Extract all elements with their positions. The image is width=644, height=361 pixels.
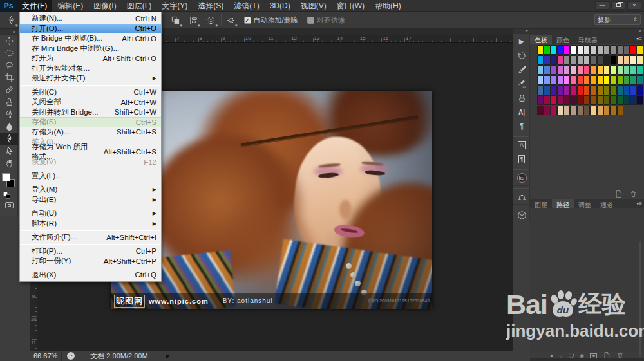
color-swatch[interactable] [610,65,616,75]
file-menu-item[interactable]: 打开为...Alt+Shift+Ctrl+O [20,53,161,64]
color-swatch[interactable] [570,85,576,95]
color-swatch[interactable] [570,45,576,55]
color-swatch[interactable] [617,85,623,95]
color-swatch[interactable] [577,65,583,75]
paragraph-panel-icon[interactable]: ¶ [513,119,530,133]
color-swatch[interactable] [623,75,630,85]
color-swatch[interactable] [537,55,544,65]
color-swatch[interactable] [636,85,643,95]
screen-mode-button[interactable] [0,199,18,211]
file-menu-item[interactable]: 关闭并转到 Bridge...Shift+Ctrl+W [20,107,161,118]
crop-tool[interactable] [0,71,18,84]
color-swatch[interactable] [597,65,603,75]
color-swatch[interactable] [577,106,583,115]
color-swatch[interactable] [557,106,564,115]
menubar-item-F[interactable]: 文件(F) [17,0,52,12]
color-swatch[interactable] [603,95,610,105]
color-swatch[interactable] [603,55,610,65]
file-menu-item[interactable]: 关闭(C)Ctrl+W [20,88,161,98]
menubar-item-I[interactable]: 图像(I) [88,0,121,12]
paths-group-tab[interactable]: 路径 [552,199,574,208]
color-swatch[interactable] [610,55,616,65]
color-swatch[interactable] [551,95,557,105]
color-swatch[interactable] [630,65,636,75]
color-swatch[interactable] [636,75,643,85]
color-swatch[interactable] [551,106,557,115]
foreground-color-swatch[interactable] [2,173,10,181]
color-swatch[interactable] [537,75,544,85]
color-swatch[interactable] [544,55,550,65]
file-menu-item[interactable]: 存储为 Web 所用格式...Alt+Shift+Ctrl+S [20,147,161,158]
color-swatch[interactable] [583,45,590,55]
workspace-switcher[interactable]: 摄影 ⇕ [594,14,641,25]
menubar-item-T[interactable]: 滤镜(T) [229,0,264,12]
color-swatch[interactable] [590,55,596,65]
file-menu-item[interactable]: 在 Bridge 中浏览(B)...Alt+Ctrl+O [20,33,161,44]
close-button[interactable]: × [627,1,641,10]
color-swatch[interactable] [551,45,557,55]
color-swatch[interactable] [597,85,603,95]
color-swatch[interactable] [590,85,596,95]
color-swatch[interactable] [617,45,623,55]
align-edges-checkbox[interactable]: ✓ [307,17,314,24]
file-menu-item[interactable]: 在 Mini Bridge 中浏览(G)... [20,44,161,54]
color-swatch[interactable] [583,106,590,115]
color-swatch[interactable] [537,95,544,105]
color-swatch[interactable] [590,45,596,55]
color-swatch[interactable] [537,45,544,55]
color-swatch[interactable] [623,55,630,65]
color-swatch[interactable] [564,45,570,55]
file-menu-item[interactable]: 自动(U)▶ [20,208,161,219]
file-menu-item[interactable]: 导入(M)▶ [20,185,161,195]
color-swatch[interactable] [597,95,603,105]
color-swatch[interactable] [544,95,550,105]
color-swatch[interactable] [557,85,564,95]
menubar-item-E[interactable]: 编辑(E) [52,0,88,12]
color-swatch[interactable] [636,95,643,105]
file-menu-item[interactable]: 退出(X)Ctrl+Q [20,270,161,281]
menubar-item-V[interactable]: 视图(V) [296,0,332,12]
move-tool[interactable] [0,35,18,47]
3d-panel-icon[interactable] [513,208,530,222]
color-swatch[interactable] [636,55,643,65]
color-swatch[interactable] [597,106,603,115]
color-swatch[interactable] [603,65,610,75]
color-swatch[interactable] [570,106,576,115]
collapse-dock-icon[interactable]: » [530,29,644,34]
file-menu-item[interactable]: 脚本(R)▶ [20,219,161,229]
menubar-item-W[interactable]: 窗口(W) [332,0,370,12]
color-swatch[interactable] [590,106,596,115]
color-swatch[interactable] [636,45,643,55]
color-swatch[interactable] [544,65,550,75]
color-swatch[interactable] [564,55,570,65]
panel-menu-icon[interactable]: ▾≡ [636,36,642,42]
color-swatch[interactable] [551,85,557,95]
color-swatch[interactable] [603,106,610,115]
color-swatch[interactable] [623,95,630,105]
color-swatch[interactable] [583,55,590,65]
auto-add-delete-checkbox[interactable]: ✓ [244,17,251,24]
clone-source-panel-icon[interactable] [513,91,530,105]
file-menu-item[interactable]: 存储为(A)...Shift+Ctrl+S [20,127,161,138]
color-swatch[interactable] [537,85,544,95]
lasso-tool[interactable] [0,59,18,71]
color-swatch[interactable] [630,55,636,65]
swatches-group-tab[interactable]: 色板 [530,35,552,44]
swatches-group-tab[interactable]: 颜色 [552,35,574,44]
restore-button[interactable] [611,1,625,10]
character-panel-icon[interactable]: A| [513,105,530,119]
color-swatch[interactable] [630,75,636,85]
foreground-background-colors[interactable] [0,171,18,190]
elliptical-marquee-tool[interactable] [0,47,18,59]
default-colors-icon[interactable] [0,190,18,199]
color-swatch[interactable] [597,55,603,65]
color-swatch[interactable] [597,45,603,55]
file-menu-item[interactable]: 打开为智能对象... [20,64,161,74]
collapse-tools-icon[interactable]: « [0,29,17,35]
panel-menu-icon[interactable]: ▾≡ [636,201,642,207]
history-brush-tool[interactable] [0,108,18,120]
healing-brush-tool[interactable] [0,84,18,96]
expand-panels-icon[interactable]: « [513,29,529,34]
paths-group-tab[interactable]: 调整 [574,199,596,208]
actions-panel-icon[interactable]: ▶ [513,34,530,48]
